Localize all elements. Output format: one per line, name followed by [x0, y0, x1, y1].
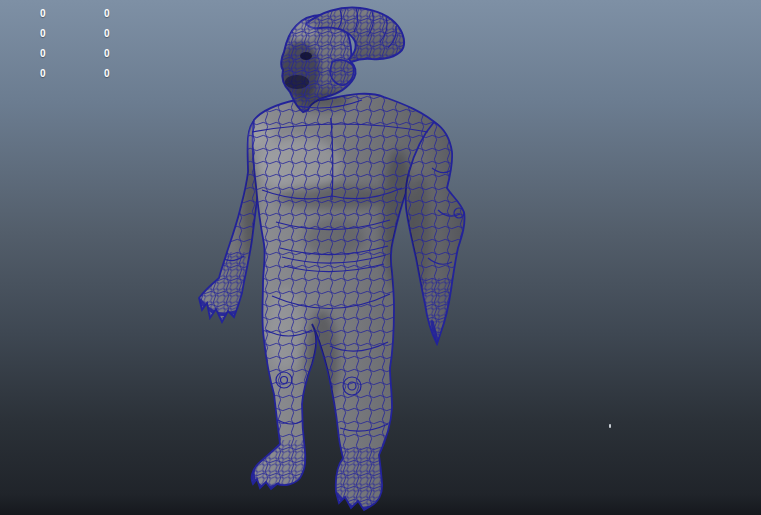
hud-value: 0 [40, 9, 46, 19]
hud-value: 0 [104, 29, 110, 39]
viewport-3d[interactable]: 0 0 0 0 0 0 0 0 [0, 0, 761, 515]
viewport-artifact-dot [609, 424, 611, 428]
hud-value: 0 [104, 49, 110, 59]
hud-value: 0 [104, 69, 110, 79]
hud-value: 0 [104, 9, 110, 19]
hud-value: 0 [40, 29, 46, 39]
hud-value: 0 [40, 49, 46, 59]
hud-value: 0 [40, 69, 46, 79]
wireframe-model[interactable] [180, 0, 480, 515]
hud-polycount: 0 0 0 0 0 0 0 0 [0, 0, 200, 90]
